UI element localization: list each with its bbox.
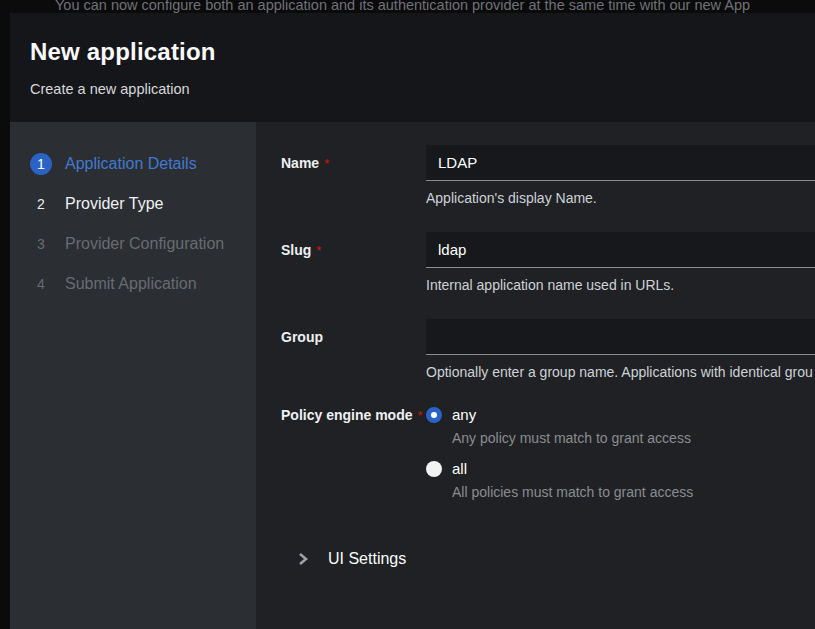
step-label: Provider Configuration — [65, 235, 224, 253]
modal-header: New application Create a new application — [10, 13, 815, 122]
policy-mode-all-radio[interactable]: all — [426, 460, 815, 477]
policy-any-helper-text: Any policy must match to grant access — [452, 430, 815, 446]
name-input[interactable] — [426, 145, 815, 181]
policy-all-helper-text: All policies must match to grant access — [452, 484, 815, 500]
step-number-badge: 4 — [30, 273, 52, 295]
step-label: Application Details — [65, 155, 197, 173]
wizard-step-provider-type[interactable]: 2 Provider Type — [10, 184, 256, 224]
wizard-steps-nav: 1 Application Details 2 Provider Type 3 … — [10, 122, 256, 629]
field-label-text: Policy engine mode — [281, 407, 412, 423]
modal-subtitle: Create a new application — [30, 81, 815, 97]
ui-settings-expandable-header[interactable]: UI Settings — [297, 550, 815, 568]
modal-title: New application — [30, 38, 815, 66]
required-asterisk: * — [417, 408, 422, 423]
application-details-form: Name* Application's display Name. Slug* … — [256, 122, 815, 629]
field-label-text: Slug — [281, 242, 311, 258]
required-asterisk: * — [316, 243, 321, 258]
wizard-step-submit-application[interactable]: 4 Submit Application — [10, 264, 256, 304]
step-label: Provider Type — [65, 195, 163, 213]
form-row-policy-engine-mode: Policy engine mode* any Any policy must … — [281, 406, 815, 514]
wizard-step-provider-configuration[interactable]: 3 Provider Configuration — [10, 224, 256, 264]
field-label-text: Name — [281, 155, 319, 171]
step-number-badge: 3 — [30, 233, 52, 255]
slug-input[interactable] — [426, 232, 815, 268]
name-field-label: Name* — [281, 145, 426, 206]
new-application-modal: New application Create a new application… — [10, 13, 815, 629]
step-number-badge: 2 — [30, 193, 52, 215]
group-field-label: Group — [281, 319, 426, 380]
form-row-slug: Slug* Internal application name used in … — [281, 232, 815, 293]
radio-option-label: all — [452, 460, 467, 477]
chevron-right-icon — [297, 552, 309, 566]
slug-helper-text: Internal application name used in URLs. — [426, 277, 815, 293]
announcement-banner-text: You can now configure both an applicatio… — [55, 0, 750, 13]
group-input[interactable] — [426, 319, 815, 355]
policy-mode-any-radio[interactable]: any — [426, 406, 815, 423]
radio-option-label: any — [452, 406, 476, 423]
form-row-name: Name* Application's display Name. — [281, 145, 815, 206]
policy-engine-mode-label: Policy engine mode* — [281, 406, 426, 514]
radio-unselected-icon[interactable] — [426, 461, 442, 477]
ui-settings-label: UI Settings — [328, 550, 406, 568]
wizard-step-application-details[interactable]: 1 Application Details — [10, 144, 256, 184]
required-asterisk: * — [324, 156, 329, 171]
field-label-text: Group — [281, 329, 323, 345]
radio-selected-icon[interactable] — [426, 407, 442, 423]
group-helper-text: Optionally enter a group name. Applicati… — [426, 364, 815, 380]
name-helper-text: Application's display Name. — [426, 190, 815, 206]
step-label: Submit Application — [65, 275, 197, 293]
slug-field-label: Slug* — [281, 232, 426, 293]
modal-body: 1 Application Details 2 Provider Type 3 … — [10, 122, 815, 629]
form-row-group: Group Optionally enter a group name. App… — [281, 319, 815, 380]
step-number-badge: 1 — [30, 153, 52, 175]
